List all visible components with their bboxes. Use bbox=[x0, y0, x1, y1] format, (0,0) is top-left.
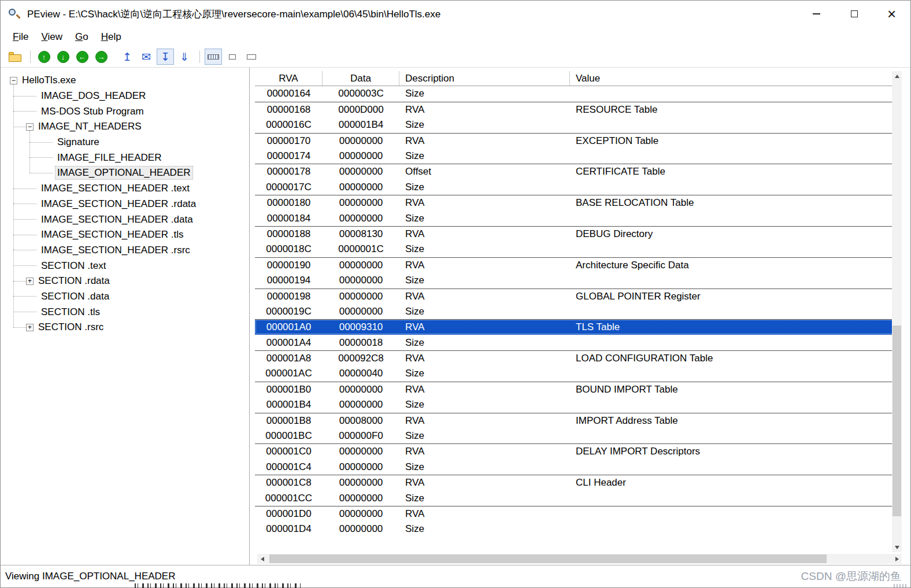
data-format-icon bbox=[247, 54, 256, 60]
tree-connector bbox=[13, 219, 36, 220]
table-row-00000180[interactable]: 0000018000000000RVABASE RELOCATION Table bbox=[255, 195, 894, 210]
table-row-0000018c[interactable]: 0000018C0000001CSize bbox=[255, 242, 894, 257]
tree-item-image-section-header-text[interactable]: IMAGE_SECTION_HEADER .text bbox=[1, 181, 249, 197]
horizontal-scrollbar[interactable] bbox=[257, 554, 902, 564]
menu-view[interactable]: View bbox=[35, 28, 69, 46]
table-row-0000017c[interactable]: 0000017C00000000Size bbox=[255, 179, 894, 195]
tree-item-image-section-header-data[interactable]: IMAGE_SECTION_HEADER .data bbox=[1, 212, 249, 227]
cell-rva: 00000164 bbox=[255, 88, 323, 99]
cell-data: 00000000 bbox=[323, 461, 399, 473]
tree-item-hellotls-exe[interactable]: −HelloTls.exe bbox=[1, 73, 249, 88]
open-file-button[interactable] bbox=[6, 49, 24, 65]
tree-item-image-nt-headers[interactable]: −IMAGE_NT_HEADERS bbox=[1, 119, 249, 135]
maximize-button[interactable] bbox=[835, 1, 873, 27]
table-row-00000170[interactable]: 0000017000000000RVAEXCEPTION Table bbox=[255, 133, 894, 149]
table-row-000001b4[interactable]: 000001B400000000Size bbox=[255, 397, 894, 413]
tree-item-image-optional-header[interactable]: IMAGE_OPTIONAL_HEADER bbox=[1, 165, 249, 181]
cell-value: DELAY IMPORT Descriptors bbox=[570, 446, 894, 457]
cell-rva: 000001CC bbox=[255, 493, 323, 504]
scroll-up-button[interactable] bbox=[892, 71, 902, 81]
green-arrow-icon: ← bbox=[76, 51, 88, 63]
table-row-000001bc[interactable]: 000001BC000000F0Size bbox=[255, 428, 894, 444]
tree-item-signature[interactable]: Signature bbox=[1, 135, 249, 150]
dword-format-button[interactable] bbox=[243, 49, 260, 65]
horizontal-scroll-thumb[interactable] bbox=[269, 554, 827, 563]
expand-toggle-icon[interactable]: + bbox=[26, 278, 34, 285]
table-row-000001a8[interactable]: 000001A8000092C8RVALOAD CONFIGURATION Ta… bbox=[255, 350, 894, 366]
table-row-000001c0[interactable]: 000001C000000000RVADELAY IMPORT Descript… bbox=[255, 443, 894, 459]
forward-button[interactable]: → bbox=[92, 49, 110, 65]
column-header-data[interactable]: Data bbox=[323, 71, 399, 86]
status-text: Viewing IMAGE_OPTIONAL_HEADER bbox=[5, 571, 175, 582]
previous-item-button[interactable]: ↑ bbox=[35, 49, 53, 65]
column-header-rva[interactable]: RVA bbox=[255, 71, 323, 86]
toolbar-separator bbox=[30, 50, 31, 63]
cell-data: 00000000 bbox=[323, 135, 399, 147]
tree-item-image-file-header[interactable]: IMAGE_FILE_HEADER bbox=[1, 150, 249, 165]
tree-item-image-section-header-rdata[interactable]: IMAGE_SECTION_HEADER .rdata bbox=[1, 197, 249, 212]
table-body: 000001640000003CSize000001680000D000RVAR… bbox=[255, 86, 894, 537]
table-row-0000019c[interactable]: 0000019C00000000Size bbox=[255, 304, 894, 319]
table-row-00000178[interactable]: 0000017800000000OffsetCERTIFICATE Table bbox=[255, 164, 894, 179]
cell-data: 00000000 bbox=[323, 275, 399, 286]
table-row-000001cc[interactable]: 000001CC00000000Size bbox=[255, 490, 894, 506]
scroll-left-button[interactable] bbox=[257, 554, 267, 564]
back-button[interactable]: ← bbox=[73, 49, 91, 65]
blue-down-arrow-button[interactable]: ↧ bbox=[157, 49, 174, 65]
table-row-00000188[interactable]: 0000018800008130RVADEBUG Directory bbox=[255, 226, 894, 242]
tree-item-section-text[interactable]: SECTION .text bbox=[1, 258, 249, 273]
collapse-toggle-icon[interactable]: − bbox=[26, 123, 34, 131]
table-row-000001a0[interactable]: 000001A000009310RVATLS Table bbox=[255, 319, 894, 335]
table-row-000001d0[interactable]: 000001D000000000RVA bbox=[255, 506, 894, 522]
byte-format-button[interactable] bbox=[205, 49, 222, 65]
table-row-00000194[interactable]: 0000019400000000Size bbox=[255, 273, 894, 289]
scroll-down-button[interactable] bbox=[892, 542, 902, 552]
tree-item-section-rdata[interactable]: +SECTION .rdata bbox=[1, 273, 249, 289]
envelope-button[interactable]: ✉ bbox=[138, 49, 155, 65]
next-item-button[interactable]: ↓ bbox=[54, 49, 72, 65]
vertical-scrollbar[interactable] bbox=[892, 71, 902, 552]
scroll-right-button[interactable] bbox=[892, 554, 902, 564]
expand-toggle-icon[interactable]: + bbox=[26, 324, 34, 331]
minimize-button[interactable] bbox=[798, 1, 835, 27]
word-format-button[interactable] bbox=[224, 49, 241, 65]
table-row-000001b0[interactable]: 000001B000000000RVABOUND IMPORT Table bbox=[255, 382, 894, 397]
tree-item-section-rsrc[interactable]: +SECTION .rsrc bbox=[1, 320, 249, 335]
table-row-000001a4[interactable]: 000001A400000018Size bbox=[255, 335, 894, 350]
table-row-00000198[interactable]: 0000019800000000RVAGLOBAL POINTER Regist… bbox=[255, 289, 894, 304]
table-row-00000174[interactable]: 0000017400000000Size bbox=[255, 149, 894, 164]
blue-up-arrow-button[interactable]: ↥ bbox=[118, 49, 136, 65]
table-row-000001b8[interactable]: 000001B800008000RVAIMPORT Address Table bbox=[255, 413, 894, 428]
tree-item-ms-dos-stub-program[interactable]: MS-DOS Stub Program bbox=[1, 103, 249, 119]
cell-desc: Size bbox=[399, 399, 570, 411]
tree-item-image-section-header-rsrc[interactable]: IMAGE_SECTION_HEADER .rsrc bbox=[1, 243, 249, 258]
table-row-0000016c[interactable]: 0000016C000001B4Size bbox=[255, 117, 894, 133]
menu-go[interactable]: Go bbox=[69, 28, 95, 46]
table-row-00000168[interactable]: 000001680000D000RVARESOURCE Table bbox=[255, 102, 894, 117]
tree-item-section-data[interactable]: SECTION .data bbox=[1, 289, 249, 305]
tree-connector bbox=[13, 188, 36, 189]
menu-file[interactable]: File bbox=[6, 28, 35, 46]
watermark: CSDN @思源湖的鱼 bbox=[801, 569, 901, 584]
tree-item-image-section-header-tls[interactable]: IMAGE_SECTION_HEADER .tls bbox=[1, 227, 249, 243]
cell-data: 00000000 bbox=[323, 260, 399, 271]
tree-item-section-tls[interactable]: SECTION .tls bbox=[1, 304, 249, 320]
menu-help[interactable]: Help bbox=[95, 28, 128, 46]
vertical-scroll-thumb[interactable] bbox=[893, 326, 901, 516]
cell-desc: Size bbox=[399, 150, 570, 162]
collapse-toggle-icon[interactable]: − bbox=[10, 77, 17, 84]
tree-item-label: IMAGE_FILE_HEADER bbox=[55, 151, 163, 164]
table-row-000001d4[interactable]: 000001D400000000Size bbox=[255, 522, 894, 537]
table-row-000001c4[interactable]: 000001C400000000Size bbox=[255, 459, 894, 475]
column-header-value[interactable]: Value bbox=[570, 71, 894, 86]
table-row-000001ac[interactable]: 000001AC00000040Size bbox=[255, 366, 894, 382]
table-row-00000184[interactable]: 0000018400000000Size bbox=[255, 210, 894, 226]
double-down-arrow-button[interactable]: ⇓ bbox=[176, 49, 193, 65]
close-button[interactable]: × bbox=[873, 1, 910, 27]
column-header-description[interactable]: Description bbox=[399, 71, 570, 86]
tree-item-image-dos-header[interactable]: IMAGE_DOS_HEADER bbox=[1, 88, 249, 104]
cell-data: 000092C8 bbox=[323, 353, 399, 364]
table-row-000001c8[interactable]: 000001C800000000RVACLI Header bbox=[255, 475, 894, 490]
table-row-00000164[interactable]: 000001640000003CSize bbox=[255, 86, 894, 102]
table-row-00000190[interactable]: 0000019000000000RVAArchitecture Specific… bbox=[255, 257, 894, 273]
